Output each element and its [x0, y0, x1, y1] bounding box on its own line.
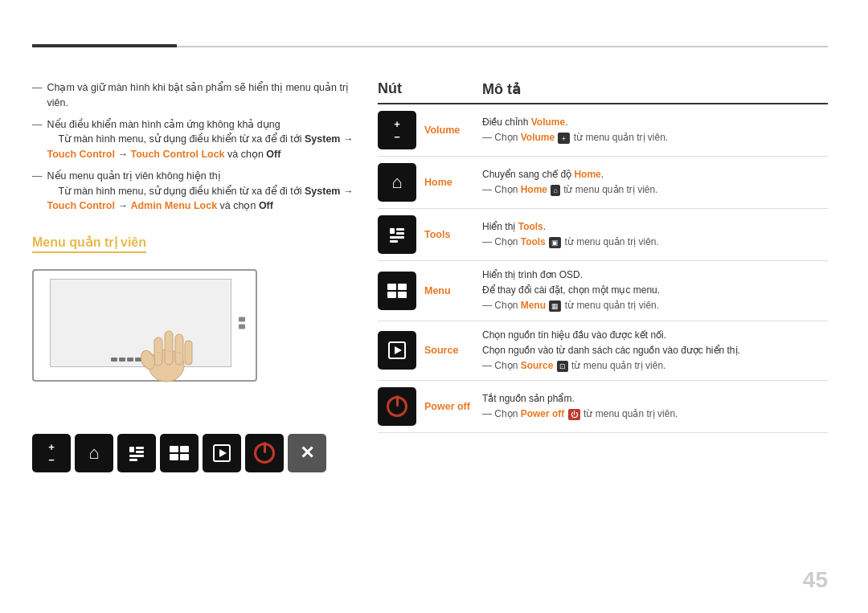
- svg-rect-28: [398, 292, 407, 298]
- svg-rect-3: [175, 334, 183, 365]
- icon-home: ⌂: [378, 163, 416, 202]
- desc-source: Chọn nguồn tín hiệu đầu vào được kết nối…: [482, 328, 828, 374]
- svg-rect-16: [170, 454, 178, 460]
- header-mota: Mô tả: [482, 80, 828, 98]
- touch-btn-volume[interactable]: +−: [32, 434, 71, 472]
- svg-rect-4: [185, 341, 192, 365]
- svg-rect-15: [180, 446, 189, 452]
- header-nut: Nút: [378, 80, 482, 98]
- label-source: Source: [424, 345, 458, 356]
- desc-volume: Điều chỉnh Volume. — Chọn Volume ＋ từ me…: [482, 111, 828, 149]
- section-title: Menu quản trị viên: [32, 235, 146, 253]
- svg-rect-23: [390, 236, 404, 239]
- icon-power: [378, 387, 416, 426]
- icon-source: [378, 331, 416, 370]
- touch-btn-tools[interactable]: [117, 434, 156, 472]
- svg-rect-14: [170, 446, 178, 452]
- label-volume: Volume: [424, 125, 460, 136]
- svg-rect-27: [387, 292, 396, 298]
- bullet-1: — Chạm và giữ màn hình khi bật sản phẩm …: [32, 80, 354, 111]
- table-row-home: ⌂ Home Chuyển sang chế độ Home. — Chọn H…: [378, 157, 828, 209]
- svg-rect-20: [390, 228, 395, 234]
- svg-marker-30: [395, 346, 402, 354]
- svg-rect-17: [180, 454, 189, 460]
- svg-rect-24: [390, 240, 398, 243]
- svg-rect-12: [129, 455, 144, 457]
- touch-btn-home[interactable]: ⌂: [75, 434, 113, 472]
- bullet-dash-1: —: [32, 80, 43, 96]
- touch-btn-menu[interactable]: [160, 434, 199, 472]
- svg-rect-25: [387, 284, 396, 290]
- label-tools: Tools: [424, 229, 450, 240]
- label-home: Home: [424, 177, 452, 188]
- table-row-tools: Tools Hiển thị Tools. — Chọn Tools ▣ từ …: [378, 209, 828, 261]
- touch-buttons-row: +− ⌂: [32, 434, 354, 472]
- left-panel: — Chạm và giữ màn hình khi bật sản phẩm …: [32, 80, 354, 472]
- svg-rect-26: [398, 284, 407, 290]
- monitor-side-buttons: [239, 317, 245, 329]
- touch-btn-power[interactable]: [245, 434, 284, 472]
- desc-menu: Hiển thị trình đơn OSD. Để thay đổi cài …: [482, 268, 828, 314]
- bullet-1-text: Chạm và giữ màn hình khi bật sản phẩm sẽ…: [47, 80, 354, 111]
- bullet-2: — Nếu điều khiển màn hình cảm ứng không …: [32, 117, 354, 162]
- table-row-power: Power off Tắt nguồn sản phẩm. — Chọn Pow…: [378, 381, 828, 433]
- svg-marker-19: [219, 449, 227, 457]
- svg-rect-22: [396, 232, 404, 235]
- svg-rect-21: [396, 228, 404, 231]
- power-off-circle: [387, 396, 407, 417]
- right-panel: Nút Mô tả +− Volume Điều chỉnh Volume. —…: [378, 80, 828, 472]
- bullet-dash-2: —: [32, 117, 43, 133]
- touch-btn-close[interactable]: ✕: [288, 434, 326, 472]
- svg-rect-11: [136, 451, 144, 453]
- label-menu: Menu: [424, 285, 451, 296]
- icon-menu: [378, 272, 416, 310]
- bullet-dash-3: —: [32, 169, 43, 184]
- svg-rect-13: [129, 459, 137, 461]
- desc-power: Tắt nguồn sản phẩm. — Chọn Power off ⏻ t…: [482, 387, 828, 426]
- svg-rect-1: [154, 337, 162, 366]
- desc-tools: Hiển thị Tools. — Chọn Tools ▣ từ menu q…: [482, 215, 828, 254]
- svg-rect-2: [165, 331, 173, 365]
- svg-rect-10: [136, 447, 144, 449]
- table-row-menu: Menu Hiển thị trình đơn OSD. Để thay đổi…: [378, 261, 828, 321]
- svg-rect-9: [129, 447, 134, 452]
- page-number: 45: [803, 567, 828, 593]
- bullet-2-indent: Từ màn hình menu, sử dụng điều khiển từ …: [47, 133, 354, 160]
- monitor-diagram: [32, 269, 257, 382]
- label-power: Power off: [424, 401, 470, 412]
- table-row-volume: +− Volume Điều chỉnh Volume. — Chọn Volu…: [378, 104, 828, 157]
- bullet-3: — Nếu menu quản trị viên không hiện thị …: [32, 169, 354, 214]
- hand-illustration: [130, 313, 203, 388]
- desc-home: Chuyển sang chế độ Home. — Chọn Home ⌂ t…: [482, 163, 828, 202]
- icon-tools: [378, 215, 416, 254]
- table-header: Nút Mô tả: [378, 80, 828, 104]
- power-icon: [254, 443, 275, 464]
- bullet-3-indent: Từ màn hình menu, sử dụng điều khiển từ …: [47, 186, 354, 212]
- bullet-3-text: Nếu menu quản trị viên không hiện thị Từ…: [47, 169, 354, 214]
- touch-btn-source[interactable]: [203, 434, 241, 472]
- icon-volume: +−: [378, 111, 416, 149]
- table-row-source: Source Chọn nguồn tín hiệu đầu vào được …: [378, 321, 828, 382]
- bullet-2-text: Nếu điều khiển màn hình cảm ứng không kh…: [47, 117, 354, 162]
